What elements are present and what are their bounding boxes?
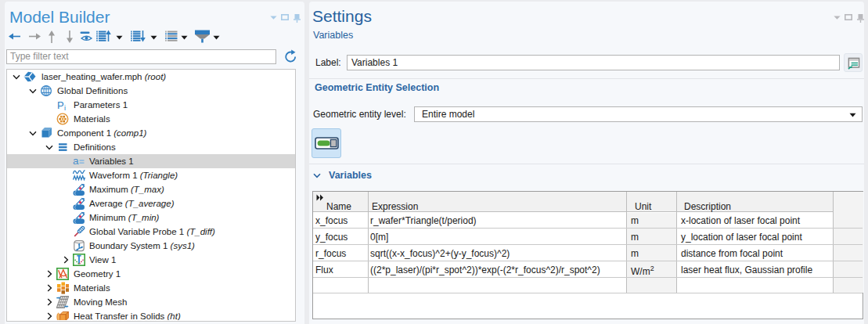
svg-text:a: a — [73, 155, 79, 167]
svg-text:P: P — [57, 99, 64, 111]
svg-text:i: i — [64, 104, 66, 112]
